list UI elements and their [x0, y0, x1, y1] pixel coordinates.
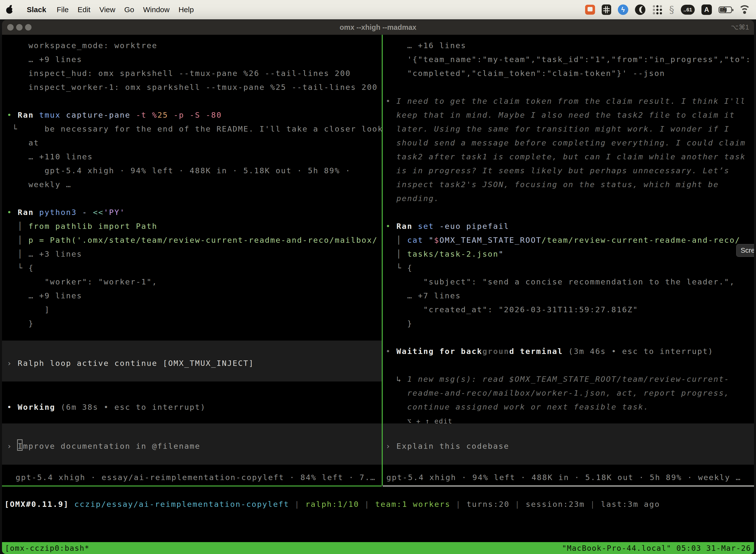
ralph-loop-banner: › Ralph loop active continue [OMX_TMUX_I…: [2, 340, 382, 382]
text-segment: [69, 500, 74, 509]
text-segment: ↳: [386, 375, 407, 384]
battery-charging-icon[interactable]: ϟ: [718, 6, 732, 13]
text-segment: weekly …: [7, 180, 71, 189]
text-segment: |: [509, 500, 525, 509]
text-segment: •: [386, 347, 396, 356]
text-segment: 25: [158, 110, 174, 119]
terminal-line: │ … +3 lines: [7, 250, 82, 258]
text-segment: groun: [483, 347, 509, 356]
menu-item-window[interactable]: Window: [139, 5, 174, 14]
terminal-line: inspect task2's JSON, focusing on the st…: [386, 180, 719, 189]
text-segment: "completed","claim_token":"claim-token"}…: [386, 69, 665, 78]
text-segment: └ {: [7, 263, 34, 272]
text-segment: <<: [93, 208, 104, 217]
messenger-bolt-icon[interactable]: ϟ: [618, 4, 628, 15]
text-segment: │: [7, 250, 28, 258]
text-segment: is in progress? It seems likely but perh…: [386, 166, 730, 175]
menu-app-name[interactable]: Slack: [22, 5, 52, 14]
text-segment: session:23m: [525, 500, 585, 509]
text-segment: (3m 46s • esc to interrupt): [563, 347, 713, 356]
dots-grid-icon[interactable]: [652, 4, 663, 15]
terminal-line: │ p = Path('.omx/state/team/review-curre…: [7, 235, 378, 244]
terminal-window: omx --xhigh --madmax ⌥⌘1 › Ralph loop ac…: [2, 20, 754, 554]
menu-item-go[interactable]: Go: [120, 5, 139, 14]
text-segment: │: [386, 235, 407, 244]
dot: [656, 5, 658, 7]
prompt-input-left[interactable]: › Improve documentation in @filename: [2, 424, 382, 465]
text-segment: -euo pipefail: [440, 222, 509, 231]
terminal-line: ]: [7, 305, 50, 314]
text-segment: Waiting for back: [396, 347, 483, 356]
text-segment: p = Path('.omx/state/team/review-current…: [28, 235, 378, 244]
text-segment: └ be necessary for the end of the README…: [7, 124, 382, 133]
grid-app-icon[interactable]: [602, 4, 611, 15]
terminal-line: weekly …: [7, 180, 71, 189]
text-segment: … +9 lines: [7, 291, 82, 300]
terminal-line: │ from pathlib import Path: [7, 222, 158, 231]
terminal-line: … +16 lines: [386, 41, 466, 50]
chat-app-icon[interactable]: [585, 5, 595, 15]
text-segment: /team/review-current-readme-and-reco/: [542, 235, 740, 244]
squiggle-icon[interactable]: §: [669, 4, 674, 15]
tmux-status-bar: [omx-cczip0:bash* "MacBook-Pro-44.local"…: [2, 542, 754, 554]
terminal-line: gpt-5.4 xhigh · 94% left · 488K in · 5.1…: [7, 166, 351, 175]
text-segment: OMX_TEAM_STATE_ROOT: [440, 235, 542, 244]
text-segment: │: [7, 235, 28, 244]
text-segment: ": [429, 235, 434, 244]
terminal-line: "completed","claim_token":"claim-token"}…: [386, 69, 665, 78]
menu-bar: SlackFileEditViewGoWindowHelp ϟ § ..61 A…: [0, 0, 756, 19]
text-segment: •: [7, 110, 18, 119]
text-segment: "worker": "worker-1",: [7, 277, 158, 286]
screen-overlay-button[interactable]: Scre: [736, 244, 754, 257]
text-segment: ⌥ + ↑ edit: [407, 417, 453, 425]
terminal-line: │ tasks/task-2.json": [386, 250, 504, 258]
terminal-line: "created_at": "2026-03-31T11:59:27.816Z": [386, 305, 638, 314]
keyboard-layout-icon[interactable]: A: [701, 4, 712, 15]
text-segment: $: [434, 235, 440, 244]
text-segment: workspace_mode: worktree: [7, 41, 158, 50]
prompt-input-right[interactable]: › Explain this codebase: [383, 424, 754, 465]
text-segment: … +3 lines: [28, 250, 82, 258]
menu-item-view[interactable]: View: [95, 5, 120, 14]
model-status-right: gpt-5.4 xhigh · 94% left · 488K in · 5.1…: [386, 473, 741, 482]
text-segment: readme-and-reco/mailbox/worker-1.json, a…: [386, 388, 730, 397]
terminal-line: should send a message before completing …: [386, 138, 746, 147]
text-segment: should send a message before completing …: [386, 138, 746, 147]
text-segment: tasks/task-2.json: [407, 250, 499, 258]
terminal-line: • Working (6m 38s • esc to interrupt): [7, 403, 206, 411]
terminal-line: └ {: [7, 263, 34, 272]
text-segment: turns:20: [466, 500, 509, 509]
text-segment: "subject": "send a concise recommendatio…: [386, 277, 735, 286]
terminal-line: }: [7, 319, 34, 328]
text-segment: -p -S -80: [174, 110, 222, 119]
menu-item-edit[interactable]: Edit: [73, 5, 95, 14]
text-segment: └ {: [386, 263, 413, 272]
apple-menu-icon[interactable]: [5, 5, 14, 15]
window-title: omx --xhigh --madmax: [2, 20, 754, 35]
text-segment: inspect_worker-1: omx sparkshell --tmux-…: [7, 82, 378, 92]
wifi-icon[interactable]: [739, 5, 751, 14]
terminal-line: keep that in mind. Maybe I also need the…: [386, 110, 735, 119]
text-segment: [386, 416, 407, 425]
text-segment: -: [82, 208, 93, 217]
text-segment: cat: [407, 235, 429, 244]
text-segment: •: [7, 403, 18, 411]
window-titlebar: omx --xhigh --madmax ⌥⌘1: [2, 20, 754, 35]
chevron-icon: ›: [7, 359, 18, 368]
terminal-line: … +110 lines: [7, 152, 93, 161]
menu-item-help[interactable]: Help: [174, 5, 198, 14]
terminal-line: readme-and-reco/mailbox/worker-1.json, a…: [386, 388, 730, 397]
crescent-moon-icon[interactable]: [635, 4, 645, 15]
text-segment: │: [7, 222, 28, 231]
terminal-line: • Ran tmux capture-pane -t %25 -p -S -80: [7, 110, 222, 119]
menu-item-file[interactable]: File: [52, 5, 73, 14]
terminal-line: }: [386, 319, 413, 328]
terminal-line: … +9 lines: [7, 291, 82, 300]
terminal-line: … +9 lines: [7, 55, 82, 64]
count-badge-icon[interactable]: ..61: [681, 5, 695, 15]
window-shortcut-badge: ⌥⌘1: [731, 20, 749, 35]
terminal-line: inspect_hud: omx sparkshell --tmux-pane …: [7, 69, 351, 78]
dot: [660, 12, 662, 14]
text-segment: keep that in mind. Maybe I also need the…: [386, 110, 735, 119]
text-segment: •: [386, 97, 396, 106]
